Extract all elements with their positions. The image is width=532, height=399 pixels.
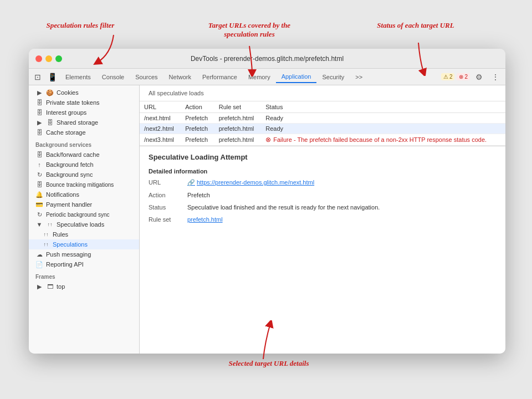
- cell-status: Ready: [261, 113, 505, 124]
- sidebar-label: Push messaging: [46, 251, 91, 258]
- sidebar-item-notifications[interactable]: 🔔 Notifications: [29, 190, 139, 200]
- tab-memory[interactable]: Memory: [243, 71, 276, 83]
- tab-more[interactable]: >>: [350, 71, 368, 83]
- sidebar-item-payment[interactable]: 💳 Payment handler: [29, 200, 139, 209]
- sidebar-item-bfcache[interactable]: 🗄 Back/forward cache: [29, 150, 139, 160]
- sidebar-label: Interest groups: [46, 109, 86, 116]
- minimize-button[interactable]: [45, 55, 52, 62]
- spec-icon: ↑↑: [46, 221, 54, 228]
- sidebar-item-cookies[interactable]: ▶ 🍪 Cookies: [29, 88, 139, 98]
- detail-key-url: URL: [149, 179, 187, 186]
- annotation-speculation-filter: Speculation rules filter: [30, 21, 130, 30]
- sidebar-label: Shared storage: [57, 119, 98, 126]
- db-icon2: 🗄: [35, 109, 43, 116]
- sidebar-item-cache-storage[interactable]: 🗄 Cache storage: [29, 127, 139, 137]
- devtools-tabbar: ⊡ 📱 Elements Console Sources Network Per…: [29, 69, 505, 85]
- col-status: Status: [261, 101, 505, 113]
- detail-key-status: Status: [149, 204, 187, 211]
- sidebar-item-private-state[interactable]: 🗄 Private state tokens: [29, 98, 139, 108]
- rules-icon: ↑↑: [42, 231, 50, 238]
- detail-title: Speculative Loading Attempt: [149, 153, 497, 161]
- detail-key-action: Action: [149, 192, 187, 198]
- sidebar-label: Cache storage: [46, 129, 86, 136]
- detail-value-status: Speculative load finished and the result…: [187, 204, 380, 211]
- bounce-icon: 🗄: [35, 181, 43, 188]
- arrow-icon2: ▶: [35, 119, 43, 126]
- sidebar-label: Speculative loads: [57, 221, 104, 228]
- sidebar-item-bg-fetch[interactable]: ↑ Background fetch: [29, 160, 139, 170]
- sidebar-item-speculations[interactable]: ↑↑ Speculations: [29, 239, 139, 249]
- sidebar-label: Speculations: [53, 241, 88, 248]
- detail-row-ruleset: Rule set prefetch.html: [149, 216, 497, 223]
- window-title: DevTools - prerender-demos.glitch.me/pre…: [191, 55, 344, 63]
- devtools-body: ▶ 🍪 Cookies 🗄 Private state tokens 🗄 Int…: [29, 85, 505, 354]
- sidebar-item-bounce[interactable]: 🗄 Bounce tracking mitigations: [29, 180, 139, 190]
- sidebar-item-top-frame[interactable]: ▶ 🗖 top: [29, 282, 139, 291]
- device-icon[interactable]: 📱: [45, 70, 59, 84]
- table-row[interactable]: /next.html Prefetch prefetch.html Ready: [140, 113, 505, 124]
- sidebar-item-rules[interactable]: ↑↑ Rules: [29, 229, 139, 239]
- sidebar-item-bg-sync[interactable]: ↻ Background sync: [29, 170, 139, 180]
- close-button[interactable]: [35, 55, 42, 62]
- more-icon[interactable]: ⋮: [489, 70, 502, 84]
- sidebar-item-speculative[interactable]: ▼ ↑↑ Speculative loads: [29, 219, 139, 229]
- settings-icon[interactable]: ⚙: [472, 70, 485, 84]
- sidebar-label: Private state tokens: [46, 99, 100, 106]
- main-content: All speculative loads URL Action Rule se…: [140, 85, 505, 354]
- sidebar-label: Cookies: [57, 89, 79, 96]
- sidebar-label: Reporting API: [46, 261, 84, 268]
- sidebar-label: Rules: [53, 231, 68, 238]
- devtools-right-icons: ⚠ 2 ⊗ 2 ⚙ ⋮: [441, 70, 503, 84]
- error-badge: ⊗ 2: [457, 73, 470, 80]
- frame-icon: 🗖: [46, 283, 54, 290]
- tab-console[interactable]: Console: [96, 71, 130, 83]
- cell-url: /next.html: [140, 113, 181, 124]
- maximize-button[interactable]: [55, 55, 62, 62]
- cell-action: Prefetch: [181, 113, 214, 124]
- col-action: Action: [181, 101, 214, 113]
- sidebar-label: Payment handler: [46, 201, 92, 208]
- inspect-icon[interactable]: ⊡: [31, 70, 44, 84]
- traffic-lights: [35, 55, 62, 62]
- sidebar-label: top: [57, 283, 65, 290]
- tab-elements[interactable]: Elements: [60, 71, 96, 83]
- notif-icon: 🔔: [35, 191, 43, 198]
- annotation-target-urls: Target URLs covered by the speculation r…: [194, 21, 305, 39]
- sync-icon: ↻: [35, 171, 43, 178]
- db-icon: 🗄: [35, 99, 43, 106]
- arrow-icon: ▶: [35, 89, 43, 96]
- table-row[interactable]: /next2.html Prefetch prefetch.html Ready: [140, 124, 505, 134]
- tab-security[interactable]: Security: [316, 71, 350, 83]
- sidebar-label: Back/forward cache: [46, 151, 100, 158]
- sidebar-item-push[interactable]: ☁ Push messaging: [29, 249, 139, 259]
- tab-performance[interactable]: Performance: [197, 71, 243, 83]
- url-link[interactable]: 🔗https://prerender-demos.glitch.me/next.…: [187, 179, 314, 186]
- warning-badge: ⚠ 2: [441, 73, 455, 80]
- cache-icon: 🗄: [35, 129, 43, 136]
- sidebar-label: Notifications: [46, 191, 79, 198]
- sidebar-label: Background fetch: [46, 161, 94, 168]
- bg-services-label: Background services: [29, 137, 139, 150]
- sidebar-item-interest-groups[interactable]: 🗄 Interest groups: [29, 108, 139, 117]
- periodic-icon: ↻: [35, 211, 43, 218]
- table-row[interactable]: /next3.html Prefetch prefetch.html ⊗ Fai…: [140, 134, 505, 146]
- cell-action: Prefetch: [181, 134, 214, 146]
- ruleset-link[interactable]: prefetch.html: [187, 216, 223, 223]
- sidebar-item-shared-storage[interactable]: ▶ 🗄 Shared storage: [29, 117, 139, 127]
- cell-url: /next2.html: [140, 124, 181, 134]
- tab-application[interactable]: Application: [276, 71, 317, 83]
- error-icon: ⊗: [265, 136, 271, 144]
- link-icon: 🔗: [187, 179, 195, 186]
- sidebar-label: Background sync: [46, 171, 93, 178]
- sidebar-label: Bounce tracking mitigations: [46, 182, 114, 188]
- cell-action: Prefetch: [181, 124, 214, 134]
- annotation-status: Status of each target URL: [355, 21, 477, 30]
- tab-sources[interactable]: Sources: [130, 71, 163, 83]
- tab-network[interactable]: Network: [163, 71, 197, 83]
- expand-icon: ▼: [35, 221, 43, 228]
- cell-ruleset: prefetch.html: [214, 113, 262, 124]
- detail-row-url: URL 🔗https://prerender-demos.glitch.me/n…: [149, 179, 497, 186]
- frame-arrow-icon: ▶: [35, 283, 43, 290]
- sidebar-item-reporting[interactable]: 📄 Reporting API: [29, 259, 139, 269]
- sidebar-item-periodic-sync[interactable]: ↻ Periodic background sync: [29, 209, 139, 219]
